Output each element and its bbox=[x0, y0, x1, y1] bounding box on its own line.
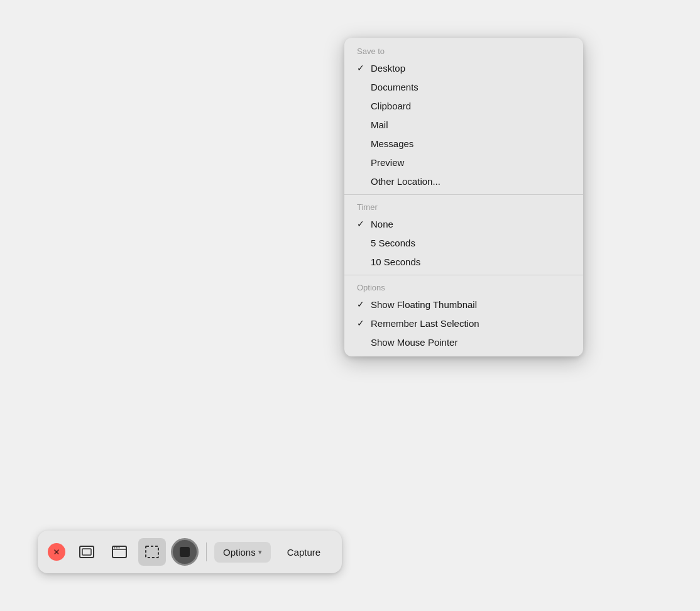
menu-item-show-floating-thumbnail-label: Show Floating Thumbnail bbox=[371, 299, 477, 310]
fullscreen-capture-icon bbox=[78, 543, 96, 561]
svg-point-4 bbox=[114, 548, 116, 549]
window-capture-button[interactable] bbox=[106, 538, 133, 566]
chevron-down-icon: ▾ bbox=[258, 548, 262, 556]
menu-item-show-mouse-pointer[interactable]: Show Mouse Pointer bbox=[344, 333, 583, 351]
svg-point-6 bbox=[119, 548, 120, 549]
save-to-section-label: Save to bbox=[344, 43, 583, 58]
menu-item-messages[interactable]: Messages bbox=[344, 134, 583, 153]
checkmark-preview bbox=[357, 157, 369, 167]
options-button[interactable]: Options ▾ bbox=[214, 542, 271, 563]
menu-item-5-seconds[interactable]: 5 Seconds bbox=[344, 233, 583, 252]
checkmark-show-floating-thumbnail: ✓ bbox=[357, 299, 369, 309]
divider-1 bbox=[344, 194, 583, 195]
menu-item-clipboard[interactable]: Clipboard bbox=[344, 96, 583, 115]
menu-item-documents-label: Documents bbox=[371, 82, 418, 92]
record-button[interactable] bbox=[171, 538, 199, 566]
options-button-label: Options bbox=[223, 547, 256, 558]
menu-item-desktop-label: Desktop bbox=[371, 63, 405, 74]
svg-rect-7 bbox=[146, 546, 158, 558]
record-stop-icon bbox=[180, 547, 190, 557]
menu-item-show-mouse-pointer-label: Show Mouse Pointer bbox=[371, 337, 457, 348]
menu-item-remember-last-selection[interactable]: ✓ Remember Last Selection bbox=[344, 314, 583, 333]
selection-capture-icon bbox=[143, 543, 161, 561]
menu-item-none-label: None bbox=[371, 219, 393, 229]
options-section-label: Options bbox=[344, 279, 583, 295]
checkmark-10-seconds bbox=[357, 256, 369, 267]
options-dropdown-menu: Save to ✓ Desktop Documents Clipboard Ma… bbox=[344, 38, 583, 356]
window-capture-icon bbox=[111, 543, 128, 561]
menu-item-mail[interactable]: Mail bbox=[344, 115, 583, 134]
toolbar-divider bbox=[206, 542, 207, 561]
checkmark-clipboard bbox=[357, 101, 369, 111]
checkmark-desktop: ✓ bbox=[357, 63, 369, 73]
checkmark-show-mouse-pointer bbox=[357, 337, 369, 347]
fullscreen-capture-button[interactable] bbox=[73, 538, 101, 566]
menu-item-mail-label: Mail bbox=[371, 119, 388, 130]
menu-item-10-seconds-label: 10 Seconds bbox=[371, 256, 420, 267]
screenshot-toolbar: Options ▾ Capture bbox=[38, 531, 342, 573]
checkmark-remember-last-selection: ✓ bbox=[357, 318, 369, 328]
checkmark-messages bbox=[357, 138, 369, 148]
checkmark-5-seconds bbox=[357, 238, 369, 248]
close-button[interactable] bbox=[48, 543, 65, 561]
menu-item-preview[interactable]: Preview bbox=[344, 153, 583, 172]
menu-item-documents[interactable]: Documents bbox=[344, 77, 583, 96]
menu-item-preview-label: Preview bbox=[371, 157, 404, 168]
svg-rect-1 bbox=[82, 549, 91, 555]
menu-item-5-seconds-label: 5 Seconds bbox=[371, 238, 415, 248]
menu-item-other-location-label: Other Location... bbox=[371, 176, 440, 187]
menu-item-other-location[interactable]: Other Location... bbox=[344, 172, 583, 190]
divider-2 bbox=[344, 275, 583, 275]
menu-item-remember-last-selection-label: Remember Last Selection bbox=[371, 318, 479, 329]
checkmark-other-location bbox=[357, 176, 369, 186]
capture-button-label: Capture bbox=[287, 547, 320, 558]
menu-item-clipboard-label: Clipboard bbox=[371, 101, 411, 111]
menu-item-show-floating-thumbnail[interactable]: ✓ Show Floating Thumbnail bbox=[344, 295, 583, 314]
checkmark-none: ✓ bbox=[357, 219, 369, 229]
menu-item-messages-label: Messages bbox=[371, 138, 413, 149]
timer-section-label: Timer bbox=[344, 199, 583, 214]
menu-item-none[interactable]: ✓ None bbox=[344, 214, 583, 233]
checkmark-documents bbox=[357, 82, 369, 92]
selection-capture-button[interactable] bbox=[138, 538, 166, 566]
checkmark-mail bbox=[357, 119, 369, 129]
menu-item-desktop[interactable]: ✓ Desktop bbox=[344, 58, 583, 77]
svg-point-5 bbox=[116, 548, 118, 549]
menu-item-10-seconds[interactable]: 10 Seconds bbox=[344, 252, 583, 271]
capture-button[interactable]: Capture bbox=[276, 542, 332, 563]
